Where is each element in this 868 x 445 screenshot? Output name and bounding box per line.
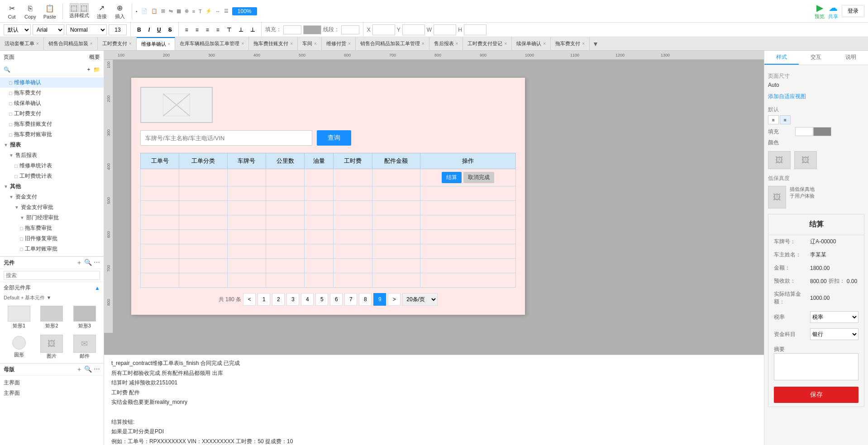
tree-item-报表[interactable]: ▼ 报表: [0, 140, 104, 150]
align-left-btn[interactable]: ≡: [768, 115, 779, 124]
x-input[interactable]: [372, 24, 395, 35]
w-input[interactable]: [434, 24, 456, 35]
settlement-summary-textarea[interactable]: [774, 353, 858, 380]
mother-item-0[interactable]: 主界面: [4, 378, 100, 388]
tab-12[interactable]: 拖车费支付 ×: [551, 37, 590, 51]
tab-5[interactable]: 拖车费挂账支付 ×: [249, 37, 298, 51]
tab-10-close[interactable]: ×: [504, 41, 507, 46]
login-button[interactable]: 登录: [842, 5, 864, 17]
align-justify-button[interactable]: ≡: [214, 24, 222, 35]
tab-7[interactable]: 维修付货 ×: [322, 37, 356, 51]
tab-0-close[interactable]: ×: [36, 41, 39, 46]
search-input[interactable]: [140, 130, 312, 146]
page-size-select[interactable]: 20条/页 50条/页 100条/页: [402, 293, 438, 306]
cut-group[interactable]: ✂ Cut: [4, 2, 20, 20]
query-button[interactable]: 查询: [317, 130, 351, 146]
tab-11-close[interactable]: ×: [543, 41, 546, 46]
tab-8-close[interactable]: ×: [422, 41, 424, 46]
page-6-button[interactable]: 6: [330, 293, 343, 306]
mother-more-button[interactable]: ⋯: [94, 365, 100, 374]
tab-8[interactable]: 销售合同精品加装工单管理 ×: [356, 37, 429, 51]
page-2-button[interactable]: 2: [272, 293, 285, 306]
add-page-icon[interactable]: ＋: [86, 66, 91, 73]
tab-2-close[interactable]: ×: [129, 41, 132, 46]
comp-item-circle[interactable]: 圆形: [4, 333, 34, 361]
align-left-button[interactable]: ≡: [182, 24, 191, 35]
default-select[interactable]: 默认: [4, 24, 31, 35]
bold-button[interactable]: B: [134, 24, 144, 35]
fill-color2-picker[interactable]: [303, 25, 321, 34]
tree-item-资金支付审批[interactable]: ▼ 资金支付审批: [0, 202, 104, 213]
align-middle-button[interactable]: ⊥: [236, 24, 246, 35]
tab-0[interactable]: 活动套餐工单 ×: [0, 37, 44, 51]
folder-icon[interactable]: 📁: [93, 66, 100, 73]
font-size-input[interactable]: [109, 24, 127, 35]
font-select[interactable]: Arial: [33, 24, 64, 35]
fill-color2-preview[interactable]: [813, 127, 831, 136]
tree-item-维修单统计表[interactable]: □ 维修单统计表: [0, 161, 104, 171]
share-button[interactable]: ☁ 共享: [828, 2, 838, 20]
italic-button[interactable]: I: [146, 24, 153, 35]
page-next-button[interactable]: >: [388, 293, 401, 306]
insert-group[interactable]: ⊕ 插入: [112, 1, 128, 21]
underline-button[interactable]: U: [154, 24, 164, 35]
comp-item-rect1[interactable]: 矩形1: [4, 304, 34, 331]
tab-11[interactable]: 续保单确认 ×: [512, 37, 551, 51]
right-tab-interaction[interactable]: 交互: [799, 51, 833, 65]
settle-button-0[interactable]: 结算: [442, 172, 462, 183]
tabs-more-button[interactable]: ▼: [590, 40, 601, 47]
select-mode-group[interactable]: ⬚ ⬚ 选择模式: [67, 2, 92, 20]
components-search-input[interactable]: [4, 271, 100, 280]
mother-item-1[interactable]: 主界面: [4, 388, 100, 398]
comp-item-image[interactable]: 🖼 图片: [36, 333, 67, 361]
tree-item-拖车费审批[interactable]: □ 拖车费审批: [0, 223, 104, 233]
style-select[interactable]: Normal: [66, 24, 107, 35]
connect-group[interactable]: ↗ 连接: [94, 1, 110, 21]
tree-item-工时费统计表[interactable]: □ 工时费统计表: [0, 171, 104, 181]
tree-item-维修单确认[interactable]: □ 维修单确认: [0, 77, 104, 88]
fill-color-preview[interactable]: [795, 127, 813, 136]
line-color-picker[interactable]: [341, 25, 359, 34]
page-9-button[interactable]: 9: [373, 293, 386, 306]
tree-item-旧件修复审批[interactable]: □ 旧件修复审批: [0, 233, 104, 244]
page-prev-button[interactable]: <: [243, 293, 256, 306]
tree-item-拖车费支付[interactable]: □ 拖车费支付: [0, 88, 104, 98]
comp-expand-icon[interactable]: ▲: [95, 285, 100, 291]
mother-add-button[interactable]: ＋: [76, 365, 82, 374]
comp-search-button[interactable]: 🔍: [84, 259, 92, 267]
tab-4-close[interactable]: ×: [241, 41, 244, 46]
tab-2[interactable]: 工时费支付 ×: [98, 37, 137, 51]
tab-6[interactable]: 车间 ×: [298, 37, 322, 51]
mother-search-button[interactable]: 🔍: [84, 365, 92, 374]
add-responsive-button[interactable]: 添加自适应视图: [768, 91, 864, 102]
comp-more-button[interactable]: ⋯: [94, 259, 100, 267]
tab-5-close[interactable]: ×: [290, 41, 293, 46]
tab-3-close[interactable]: ×: [168, 42, 171, 47]
tree-item-续保单确认[interactable]: □ 续保单确认: [0, 98, 104, 109]
preview-button[interactable]: ▶ 预览: [815, 2, 825, 20]
tab-12-close[interactable]: ×: [582, 41, 585, 46]
tree-item-拖车费挂账支付[interactable]: □ 拖车费挂账支付: [0, 119, 104, 129]
tab-9-close[interactable]: ×: [456, 41, 458, 46]
right-tab-notes[interactable]: 说明: [834, 51, 868, 65]
cancel-button-0[interactable]: 取消完成: [463, 172, 494, 183]
comp-item-rect2[interactable]: 矩形2: [36, 304, 67, 331]
align-right-button[interactable]: ≡: [203, 24, 212, 35]
settlement-tax-select[interactable]: 税率: [810, 311, 858, 323]
tree-item-售后报表[interactable]: ▼ 售后报表: [0, 150, 104, 161]
settlement-save-button[interactable]: 保存: [774, 387, 858, 403]
page-4-button[interactable]: 4: [301, 293, 314, 306]
canvas-scroll[interactable]: 100 200 300 400 500 600 700 800 900 1000…: [104, 51, 764, 355]
tree-item-部门经理审批[interactable]: ▼ 部门经理审批: [0, 213, 104, 223]
tab-3[interactable]: 维修单确认 ×: [137, 37, 176, 51]
tree-item-资金支付[interactable]: ▼ 资金支付: [0, 192, 104, 202]
tree-item-其他[interactable]: ▼ 其他: [0, 181, 104, 192]
comp-item-rect3[interactable]: 矩形3: [69, 304, 100, 331]
page-8-button[interactable]: 8: [359, 293, 372, 306]
strikethrough-button[interactable]: S: [166, 24, 175, 35]
tree-item-工单对账审批[interactable]: □ 工单对账审批: [0, 244, 104, 254]
comp-add-button[interactable]: ＋: [76, 259, 82, 267]
page-3-button[interactable]: 3: [286, 293, 299, 306]
tab-1[interactable]: 销售合同精品加装 ×: [44, 37, 98, 51]
tab-9[interactable]: 售后报表 ×: [429, 37, 463, 51]
